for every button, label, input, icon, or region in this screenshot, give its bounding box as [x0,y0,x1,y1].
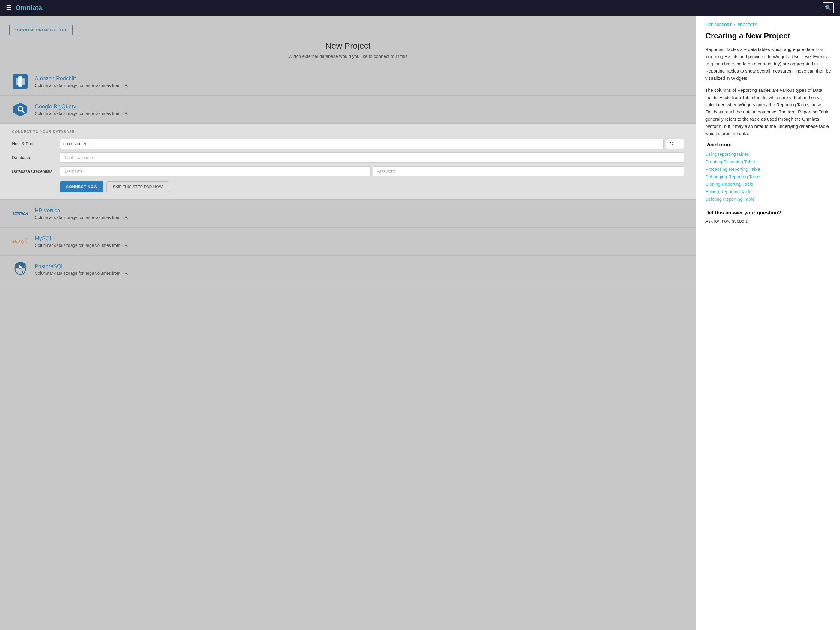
connect-now-button[interactable]: CONNECT NOW [60,181,104,192]
link-cloning-reporting-table[interactable]: Cloning Reporting Table [705,182,831,186]
postgresql-icon-wrap [12,261,29,278]
password-input[interactable] [373,166,684,177]
host-port-row: Host & Port [12,139,684,149]
read-more-links: Using reporting tables Creating Reportin… [705,152,831,202]
credentials-row: Database Credentials [12,166,684,177]
bigquery-desc: Columnar data storage for large volumes … [35,111,684,116]
redshift-icon [13,74,28,89]
search-button[interactable]: 🔍 [823,2,834,14]
postgresql-name: PostgreSQL [35,264,684,270]
bigquery-name: Google BigQuery [35,104,684,110]
link-editing-reporting-table[interactable]: Editing Reporting Table [705,189,831,194]
link-using-reporting-tables[interactable]: Using reporting tables [705,152,831,156]
description-1: Reporting Tables are data tables which a… [705,46,831,82]
credentials-label: Database Credentials [12,169,60,174]
connect-form: CONNECT TO YOUR DATABASE Host & Port Dat… [0,123,696,200]
feedback-title: Did this answer your question? [705,210,831,216]
vertica-name: HP Vertica [35,208,684,214]
form-actions: CONNECT NOW SKIP THIS STEP FOR NOW [60,181,684,192]
link-debugging-reporting-table[interactable]: Debugging Reporting Table [705,174,831,179]
skip-step-button[interactable]: SKIP THIS STEP FOR NOW [106,181,169,192]
database-label: Database [12,155,60,160]
mysql-desc: Columnar data storage for large volumes … [35,243,684,248]
db-option-vertica[interactable]: VERTICA HP Vertica Columnar data storage… [0,200,696,228]
mysql-name: MySQL [35,235,684,242]
hamburger-menu-icon[interactable]: ☰ [6,4,11,11]
logo: Omniata. [16,4,44,12]
breadcrumb-live-support[interactable]: LIVE SUPPORT [705,23,732,27]
description-2: The columns of Reporting Tables are vari… [705,87,831,137]
left-panel: ‹ CHOOSE PROJECT TYPE New Project Which … [0,16,696,630]
main-area: ‹ CHOOSE PROJECT TYPE New Project Which … [0,16,840,630]
mysql-icon: MySQL [12,235,29,248]
feedback-subtitle: Ask for more support: [705,218,831,224]
redshift-desc: Columnar data storage for large volumes … [35,83,684,88]
link-deleting-reporting-table[interactable]: Deleting Reporting Table [705,196,831,202]
breadcrumb: LIVE SUPPORT › PROJECTS [705,23,831,27]
connect-form-title: CONNECT TO YOUR DATABASE [12,129,684,134]
vertica-icon: VERTICA [13,212,28,216]
db-option-postgresql[interactable]: PostgreSQL Columnar data storage for lar… [0,256,696,284]
breadcrumb-projects[interactable]: PROJECTS [738,23,757,27]
vertica-desc: Columnar data storage for large volumes … [35,215,684,220]
choose-project-type-button[interactable]: ‹ CHOOSE PROJECT TYPE [9,25,73,35]
page-title: New Project [0,41,696,51]
link-creating-reporting-table[interactable]: Creating Reporting Table [705,159,831,164]
db-option-mysql[interactable]: MySQL MySQL Columnar data storage for la… [0,228,696,256]
read-more-heading: Read more [705,142,831,148]
redshift-name: Amazon Redshift [35,76,684,82]
right-panel: LIVE SUPPORT › PROJECTS Creating a New P… [696,16,840,630]
bigquery-info: Google BigQuery Columnar data storage fo… [35,104,684,116]
port-input[interactable] [666,139,684,149]
mysql-icon-wrap: MySQL [12,233,29,250]
search-icon: 🔍 [825,5,832,11]
postgresql-desc: Columnar data storage for large volumes … [35,271,684,276]
vertica-icon-wrap: VERTICA [12,205,29,222]
breadcrumb-chevron-icon: › [734,23,735,27]
username-input[interactable] [60,166,371,177]
redshift-icon-wrap [12,73,29,90]
vertica-info: HP Vertica Columnar data storage for lar… [35,208,684,220]
bigquery-icon-wrap [12,101,29,118]
page-subtitle: Which external database would you like t… [0,54,696,59]
postgresql-info: PostgreSQL Columnar data storage for lar… [35,264,684,276]
svg-rect-3 [18,78,22,85]
host-port-label: Host & Port [12,141,60,146]
database-row: Database [12,152,684,163]
right-panel-title: Creating a New Project [705,31,831,41]
svg-marker-4 [14,103,27,117]
bigquery-icon [13,102,28,117]
database-input[interactable] [60,152,684,163]
db-option-bigquery[interactable]: Google BigQuery Columnar data storage fo… [0,96,696,123]
host-input[interactable] [60,139,663,149]
link-processing-reporting-table[interactable]: Processing Reporting Table [705,166,831,172]
postgresql-icon [13,262,28,277]
svg-point-12 [19,265,20,267]
mysql-info: MySQL Columnar data storage for large vo… [35,235,684,248]
svg-text:MySQL: MySQL [12,239,27,244]
top-navigation: ☰ Omniata. 🔍 [0,0,840,16]
db-option-redshift[interactable]: Amazon Redshift Columnar data storage fo… [0,68,696,96]
redshift-info: Amazon Redshift Columnar data storage fo… [35,76,684,88]
